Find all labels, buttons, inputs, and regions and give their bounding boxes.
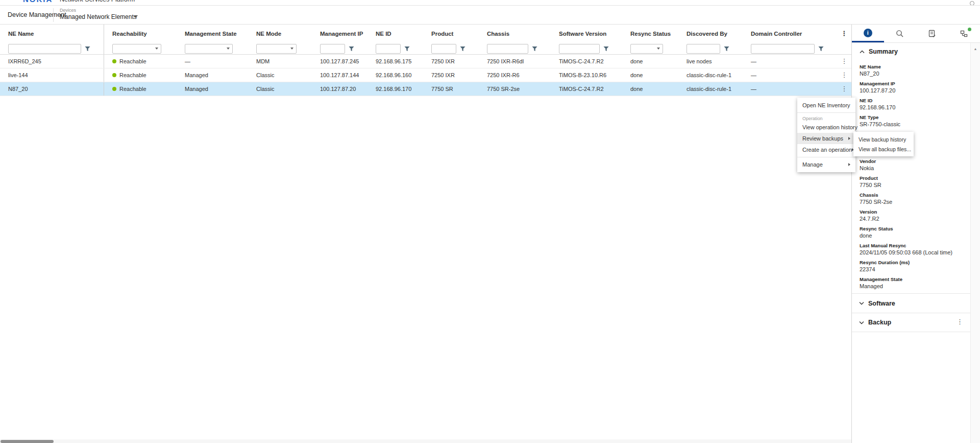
cell-ne-id: 92.168.96.175	[368, 55, 423, 68]
backup-options-kebab-icon[interactable]: ⋮	[957, 319, 963, 324]
column-header-reachability[interactable]: Reachability	[104, 25, 177, 43]
cell-product: 7250 IXR	[423, 55, 479, 68]
account-icon[interactable]	[970, 1, 974, 6]
kebab-icon[interactable]: ⋮	[841, 73, 848, 78]
menu-section-operation: Operation	[797, 114, 855, 122]
filter-input-software-version[interactable]	[559, 44, 600, 54]
column-label: Product	[431, 31, 453, 37]
menu-item-manage[interactable]: Manage	[797, 159, 855, 170]
column-header-resync-status[interactable]: Resync Status	[622, 25, 678, 43]
column-label: Management IP	[320, 31, 363, 37]
filter-funnel-icon[interactable]	[818, 46, 824, 52]
cell-management-state: Managed	[177, 82, 248, 96]
summary-field: Last Manual Resync2024/11/05 09:50:03 66…	[860, 243, 963, 256]
column-header-domain-controller[interactable]: Domain Controller	[743, 25, 837, 43]
filter-input-domain-controller[interactable]	[751, 44, 815, 54]
row-actions-menu[interactable]: ⋮	[837, 68, 851, 82]
tab-topology-status[interactable]	[948, 25, 980, 42]
submenu-item-view-all-backup-files[interactable]: View all backup files...	[853, 144, 914, 154]
filter-funnel-icon[interactable]	[404, 46, 410, 52]
row-actions-menu[interactable]: ⋮	[837, 82, 851, 96]
cell-reachability: Reachable	[104, 68, 177, 82]
filter-input-ne-id[interactable]	[376, 44, 401, 54]
cell-management-ip: 100.127.87.245	[312, 55, 368, 68]
filter-funnel-icon[interactable]	[724, 46, 729, 52]
filter-funnel-icon[interactable]	[532, 46, 537, 52]
cell-software-version: TiMOS-C-24.7.R2	[551, 82, 622, 96]
backup-section-header[interactable]: Backup ⋮	[852, 313, 970, 332]
tab-object-search[interactable]	[884, 25, 916, 42]
submenu-arrow-icon	[848, 163, 850, 166]
summary-field: NE NameN87_20	[860, 64, 963, 77]
software-section-header[interactable]: Software	[852, 293, 970, 313]
horizontal-scrollbar[interactable]	[0, 439, 851, 443]
app-name: Device Management	[8, 11, 66, 18]
filter-input-discovered-by[interactable]	[687, 44, 720, 54]
panel-scrollbar[interactable]: ▲	[970, 43, 980, 443]
kebab-icon[interactable]: ⋮	[841, 31, 848, 36]
scrollbar-thumb[interactable]	[1, 440, 54, 443]
cell-ne-mode: MDM	[248, 55, 312, 68]
summary-section-header[interactable]: Summary	[860, 48, 963, 55]
filter-select-reachability[interactable]	[112, 44, 161, 54]
filter-funnel-icon[interactable]	[85, 46, 90, 52]
column-header-management-state[interactable]: Management State	[177, 25, 248, 43]
cell-ne-name: N87_20	[0, 82, 104, 96]
tab-info[interactable]: i	[852, 25, 884, 42]
filter-select-management-state[interactable]	[185, 44, 233, 54]
menu-item-create-an-operation[interactable]: Create an operation	[797, 144, 855, 155]
row-actions-menu[interactable]: ⋮	[837, 55, 851, 68]
info-icon: i	[864, 29, 872, 37]
filter-cell-discovered-by	[678, 43, 743, 54]
view-selector[interactable]: Devices Managed Network Elements	[60, 6, 141, 24]
column-label: NE ID	[376, 31, 391, 37]
chevron-down-icon	[134, 15, 138, 18]
view-selector-value: Managed Network Elements	[60, 13, 141, 21]
column-label: Resync Status	[630, 31, 671, 37]
kebab-icon[interactable]: ⋮	[841, 59, 848, 64]
column-header-chassis[interactable]: Chassis	[479, 25, 551, 43]
menu-divider	[797, 157, 855, 157]
cell-ne-mode: Classic	[248, 82, 312, 96]
filter-input-ne-name[interactable]	[8, 44, 81, 54]
menu-item-review-backups[interactable]: Review backups	[797, 133, 855, 144]
cell-chassis: 7250 IXR-R6	[479, 68, 551, 82]
submenu-item-view-backup-history[interactable]: View backup history	[853, 134, 914, 144]
filter-funnel-icon[interactable]	[603, 46, 609, 52]
filter-cell-chassis	[479, 43, 551, 54]
summary-field: Resync Duration (ms)22374	[860, 260, 963, 273]
filter-input-chassis[interactable]	[487, 44, 528, 54]
filter-funnel-icon[interactable]	[349, 46, 354, 52]
menu-item-view-operation-history[interactable]: View operation history	[797, 122, 855, 133]
filter-input-management-ip[interactable]	[320, 44, 345, 54]
summary-field: NE TypeSR-7750-classic	[860, 114, 963, 128]
cell-reachability: Reachable	[104, 82, 177, 96]
kebab-icon[interactable]: ⋮	[841, 86, 848, 91]
column-label: Discovered By	[687, 31, 727, 37]
table-row-n87-20[interactable]: N87_20 Reachable Managed Classic 100.127…	[0, 82, 851, 96]
status-dot-green	[112, 59, 116, 63]
filter-select-ne-mode[interactable]	[256, 44, 297, 54]
table-options-menu[interactable]: ⋮	[837, 25, 851, 43]
cell-ne-name: IXRR6D_245	[0, 55, 104, 68]
filter-input-product[interactable]	[431, 44, 456, 54]
menu-item-open-ne-inventory[interactable]: Open NE Inventory	[797, 100, 855, 111]
table-row-ixrr6d-245[interactable]: IXRR6D_245 Reachable — MDM 100.127.87.24…	[0, 55, 851, 68]
filter-select-resync-status[interactable]	[630, 44, 663, 54]
column-header-product[interactable]: Product	[423, 25, 479, 43]
nokia-logo: NOKIA	[23, 0, 53, 4]
device-management-screen: NOKIA Network Services Platform Device M…	[0, 0, 980, 443]
filter-cell-management-ip	[312, 43, 368, 54]
table-row-live-144[interactable]: live-144 Reachable Managed Classic 100.1…	[0, 68, 851, 82]
column-header-discovered-by[interactable]: Discovered By	[678, 25, 743, 43]
column-header-ne-id[interactable]: NE ID	[368, 25, 423, 43]
scroll-up-arrow-icon[interactable]: ▲	[971, 47, 980, 51]
filter-funnel-icon[interactable]	[460, 46, 465, 52]
column-header-software-version[interactable]: Software Version	[551, 25, 622, 43]
tab-audit-checklist[interactable]	[916, 25, 948, 42]
column-header-ne-mode[interactable]: NE Mode	[248, 25, 312, 43]
column-header-ne-name[interactable]: NE Name	[0, 25, 104, 43]
cell-chassis: 7250 IXR-R6dl	[479, 55, 551, 68]
column-header-management-ip[interactable]: Management IP	[312, 25, 368, 43]
top-banner: NOKIA Network Services Platform	[0, 0, 980, 6]
